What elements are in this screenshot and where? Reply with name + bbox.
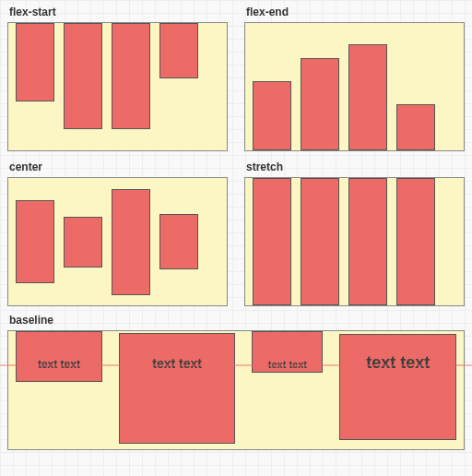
baseline-guide-line [0,364,472,366]
baseline-panel: baseline text texttext texttext texttext… [7,314,465,450]
flex-item [64,23,102,129]
flex-item [396,104,435,150]
flex-item [16,200,54,283]
flex-item [253,81,291,150]
stretch-panel: stretch [244,159,465,306]
flex-item [16,23,54,101]
flex-item [159,23,198,78]
baseline-label: baseline [9,314,465,327]
flex-item [396,178,435,305]
flex-item [159,214,198,269]
center-panel: center [7,159,228,306]
baseline-item: text text [16,331,102,382]
flex-item [112,189,150,295]
flex-item [348,44,387,150]
baseline-item: text text [252,331,323,373]
flex-start-container [7,22,228,151]
baseline-item: text text [119,333,236,444]
flex-end-panel: flex-end [244,4,465,151]
stretch-label: stretch [246,161,465,173]
flex-item [112,23,150,129]
stretch-container [244,177,465,306]
flex-start-panel: flex-start [7,4,228,151]
flex-item [348,178,387,305]
baseline-container: text texttext texttext texttext text [7,330,465,450]
flex-start-label: flex-start [9,6,228,18]
flex-item [301,178,339,305]
flex-item [301,58,339,150]
flex-end-container [244,22,465,151]
flex-item [253,178,291,305]
baseline-item: text text [339,334,456,440]
center-container [7,177,228,306]
center-label: center [9,161,228,173]
flex-end-label: flex-end [246,6,465,18]
flex-item [64,217,102,268]
